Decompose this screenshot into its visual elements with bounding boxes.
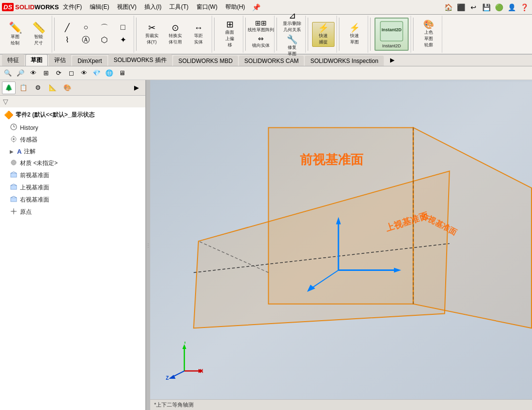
tab-sw-inspection[interactable]: SOLIDWORKS Inspection [305, 56, 383, 66]
menu-view[interactable]: 视图(V) [113, 1, 140, 13]
left-panel: 🌲 📋 ⚙ 📐 🎨 ▶ ▽ 🔶 零件2 (默认<<默认>_显示状态 [0, 80, 146, 410]
history-item[interactable]: History [0, 122, 145, 134]
top-plane-item[interactable]: 上视基准面 [0, 182, 145, 194]
viewport[interactable]: 前视基准面 上视基准面 右视基准面 Y X Z [150, 80, 532, 410]
convert-btn[interactable]: ⊙ 转换实体引用 [164, 22, 186, 46]
trim-icon: ✂ [148, 23, 156, 32]
offset-btn[interactable]: ↔ 等距实体 [187, 22, 210, 46]
tab-sw-mbd[interactable]: SOLIDWORKS MBD [173, 56, 238, 66]
surface-offset-btn[interactable]: ⊞ 曲面上偏移 [218, 19, 241, 49]
circle-btn[interactable]: ○ [77, 22, 95, 34]
tab-sketch[interactable]: 草图 [25, 54, 48, 66]
sketch-group: ✏️ 草图绘制 📏 智能尺寸 [2, 16, 52, 53]
color-label: 上色草图轮廓 [424, 29, 433, 48]
prop-manager-btn[interactable]: 📋 [17, 82, 30, 94]
repair-icon: 🔧 [287, 35, 297, 44]
offset-label: 等距实体 [194, 33, 203, 45]
quick-snap-btn[interactable]: ⚡ 快速捕捉 [312, 22, 335, 47]
expand-icon[interactable]: ▶ [10, 149, 14, 154]
dim-expert-btn[interactable]: 📐 [46, 82, 59, 94]
relations-icon: ⊿ [289, 11, 296, 20]
point-icon: ✦ [120, 35, 126, 44]
relations-label: 显示/删除几何关系 [283, 20, 302, 33]
sensor-label: 传感器 [20, 136, 38, 144]
rect-btn[interactable]: □ [114, 22, 132, 34]
spline-btn[interactable]: ⌇ [59, 35, 76, 46]
save-btn[interactable]: 💾 [480, 1, 492, 13]
hide-plane-btn[interactable]: ◻ [65, 68, 77, 79]
tab-sw-cam[interactable]: SOLIDWORKS CAM [239, 56, 304, 66]
sensor-item[interactable]: 传感器 [0, 134, 145, 146]
tab-evaluate[interactable]: 评估 [49, 54, 71, 66]
part-name: 零件2 (默认<<默认>_显示状态 [16, 111, 95, 119]
svg-marker-26 [269, 127, 414, 304]
feature-tree-btn[interactable]: 🌲 [2, 82, 16, 94]
config-manager-btn[interactable]: ⚙ [31, 82, 45, 94]
help-icon[interactable]: ❓ [518, 1, 530, 13]
secondary-toolbar: 🔍 🔎 👁 ⊞ ⟳ ◻ 👁 💎 🌐 🖥 [0, 66, 532, 80]
rect-icon: □ [120, 23, 125, 32]
back-btn[interactable]: ⬛ [455, 1, 467, 13]
menu-file[interactable]: 文件(F) [59, 1, 86, 13]
instant2d-btn[interactable]: Instant2D Instant2D [374, 18, 409, 51]
surface-icon: ⊞ [226, 20, 234, 29]
text-btn[interactable]: Ⓐ [77, 35, 95, 46]
front-plane-item[interactable]: 前视基准面 [0, 169, 145, 182]
resize-handle[interactable]: ⋮ [146, 80, 150, 410]
smart-dim-btn[interactable]: 📏 智能尺寸 [27, 21, 50, 47]
sketch-draw-btn[interactable]: ✏️ 草图绘制 [4, 21, 26, 47]
display-mode-btn[interactable]: 💎 [91, 68, 102, 79]
svg-line-30 [198, 241, 269, 272]
poly-btn[interactable]: ⬡ [96, 35, 113, 46]
menu-window[interactable]: 窗口(W) [193, 1, 221, 13]
tab-sw-plugins[interactable]: SOLIDWORKS 插件 [108, 54, 172, 66]
show-relations-btn[interactable]: ⊿ 显示/删除几何关系 [281, 10, 303, 34]
origin-label: 原点 [20, 208, 32, 216]
forward-btn[interactable]: ↩ [468, 1, 479, 13]
zoom-fit-btn[interactable]: 🔎 [15, 68, 26, 79]
feature-tree: 🔶 零件2 (默认<<默认>_显示状态 History [0, 107, 145, 410]
app-logo: DS SOLIDWORKS [2, 3, 59, 11]
3d-scene[interactable]: 前视基准面 上视基准面 右视基准面 Y X Z [150, 80, 532, 410]
color-sketch-btn[interactable]: 🎨 上色草图轮廓 [417, 19, 440, 49]
tab-dimxpert[interactable]: DimXpert [72, 56, 107, 66]
point-btn[interactable]: ✦ [114, 35, 132, 46]
tab-overflow-btn[interactable]: ▶ [387, 54, 398, 66]
annotation-item[interactable]: ▶ A 注解 [0, 146, 145, 157]
surface-group: ⊞ 曲面上偏移 [217, 16, 243, 53]
line-group: ╱ ○ ⌒ □ ⌇ Ⓐ ⬡ [57, 16, 134, 53]
svg-text:上视基准面: 上视基准面 [384, 210, 429, 233]
right-plane-item[interactable]: 右视基准面 [0, 194, 145, 206]
menu-help[interactable]: 帮助(H) [221, 1, 249, 13]
material-item[interactable]: 材质 <未指定> [0, 157, 145, 169]
scene-btn[interactable]: 🌐 [103, 68, 115, 79]
appearance-btn[interactable]: 👁 [78, 68, 90, 79]
history-icon [10, 123, 18, 132]
view-grid-btn[interactable]: ⊞ [40, 68, 52, 79]
view-orient-btn[interactable]: ⟳ [53, 68, 64, 79]
menu-insert[interactable]: 插入(I) [140, 1, 165, 13]
quick-sketch-label: 快速草图 [350, 33, 359, 45]
zoom-previous-btn[interactable]: 🔍 [2, 68, 14, 79]
collapse-panel-btn[interactable]: ▶ [130, 82, 143, 94]
view-filter-btn[interactable]: 👁 [27, 68, 39, 79]
trim-btn[interactable]: ✂ 剪裁实体(T) [140, 22, 163, 46]
statusbar-text: *上下二等角轴测 [154, 401, 194, 409]
menu-tools[interactable]: 工具(T) [165, 1, 192, 13]
menu-edit[interactable]: 编辑(E) [86, 1, 113, 13]
arc-btn[interactable]: ⌒ [96, 22, 113, 34]
origin-item[interactable]: 原点 [0, 206, 145, 218]
repair-sketch-btn[interactable]: 🔧 修复草图 [281, 34, 303, 58]
quick-sketch-btn[interactable]: ⚡ 快速草图 [343, 22, 366, 46]
appearance-panel-btn[interactable]: 🎨 [60, 82, 74, 94]
part-header[interactable]: 🔶 零件2 (默认<<默认>_显示状态 [0, 108, 145, 122]
home-btn[interactable]: 🏠 [442, 1, 454, 13]
tab-feature[interactable]: 特征 [2, 54, 24, 66]
line-btn[interactable]: ╱ [59, 22, 76, 34]
pin-icon[interactable]: 📌 [252, 3, 260, 11]
linear-array-btn[interactable]: ⊞⊞ 线性草图阵列 [250, 19, 272, 34]
user-icon[interactable]: 👤 [506, 1, 517, 13]
tab-bar: 特征 草图 评估 DimXpert SOLIDWORKS 插件 SOLIDWOR… [0, 55, 532, 66]
display-manager-btn[interactable]: 🖥 [116, 68, 128, 79]
mirror-btn[interactable]: ⇔ 镜向实体 [250, 34, 272, 50]
